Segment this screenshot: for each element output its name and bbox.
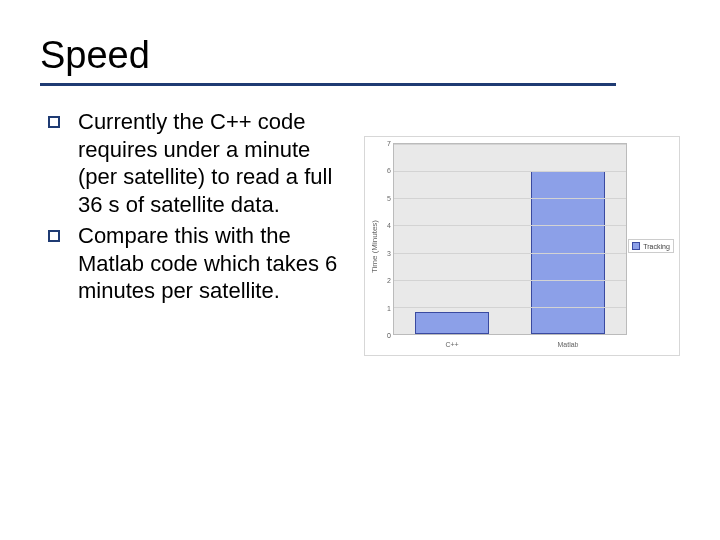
y-tick: 7 xyxy=(387,140,391,147)
bullet-text: Currently the C++ code requires under a … xyxy=(78,108,350,218)
slide: Speed Currently the C++ code requires un… xyxy=(0,0,720,540)
y-axis-label-col: Time (Minutes) xyxy=(369,143,381,349)
y-tick: 6 xyxy=(387,167,391,174)
gridline xyxy=(394,171,626,172)
bullet-icon xyxy=(48,230,60,242)
bullet-icon xyxy=(48,116,60,128)
legend-col: Tracking xyxy=(627,143,675,349)
gridline xyxy=(394,225,626,226)
y-tick-col: 01234567 xyxy=(381,143,393,349)
gridline xyxy=(394,280,626,281)
y-tick: 3 xyxy=(387,249,391,256)
bar-slot xyxy=(510,144,626,334)
bar-row xyxy=(394,144,626,334)
y-axis-label: Time (Minutes) xyxy=(371,219,380,272)
bar xyxy=(415,312,489,334)
bar-slot xyxy=(394,144,510,334)
gridline xyxy=(394,198,626,199)
legend-swatch-icon xyxy=(632,242,640,250)
gridline xyxy=(394,253,626,254)
x-categories: C++Matlab xyxy=(394,341,626,348)
content-row: Currently the C++ code requires under a … xyxy=(40,108,680,356)
y-tick: 1 xyxy=(387,304,391,311)
y-tick: 0 xyxy=(387,332,391,339)
x-category-label: Matlab xyxy=(510,341,626,348)
bullet-list: Currently the C++ code requires under a … xyxy=(40,108,350,309)
y-tick: 5 xyxy=(387,194,391,201)
y-tick: 2 xyxy=(387,277,391,284)
list-item: Currently the C++ code requires under a … xyxy=(48,108,350,218)
gridline xyxy=(394,144,626,145)
page-title: Speed xyxy=(40,34,680,77)
gridline xyxy=(394,307,626,308)
y-tick: 4 xyxy=(387,222,391,229)
plot-box: C++Matlab xyxy=(393,143,627,335)
title-rule xyxy=(40,83,616,86)
chart: Time (Minutes) 01234567 C++Matlab Tracki… xyxy=(364,136,680,356)
plot-area: Time (Minutes) 01234567 C++Matlab Tracki… xyxy=(369,143,675,349)
legend: Tracking xyxy=(628,239,674,253)
legend-label: Tracking xyxy=(643,243,670,250)
bullet-text: Compare this with the Matlab code which … xyxy=(78,222,350,305)
list-item: Compare this with the Matlab code which … xyxy=(48,222,350,305)
x-category-label: C++ xyxy=(394,341,510,348)
